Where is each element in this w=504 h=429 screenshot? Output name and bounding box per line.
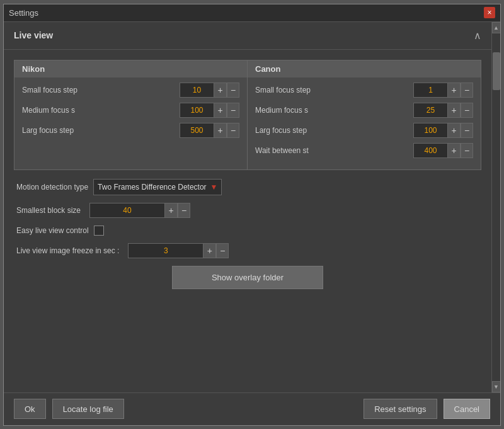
nikon-label-2: Larg focus step: [22, 126, 176, 135]
content-area: Live view ∧ Nikon Small focus step +: [4, 22, 500, 392]
freeze-minus[interactable]: −: [216, 243, 229, 258]
easy-live-view-label: Easy live view control: [16, 226, 89, 235]
canon-input-0[interactable]: [413, 83, 448, 98]
nikon-plus-1[interactable]: +: [214, 103, 227, 118]
canon-plus-3[interactable]: +: [448, 143, 461, 158]
smallest-block-minus[interactable]: −: [178, 203, 190, 218]
main-content: Live view ∧ Nikon Small focus step +: [4, 22, 491, 392]
canon-spinner-1: + −: [413, 103, 473, 118]
section-body: Nikon Small focus step + − M: [4, 50, 491, 299]
motion-detection-row: Motion detection type Two Frames Differe…: [14, 179, 481, 195]
canon-header: Canon: [248, 60, 481, 77]
camera-grid: Nikon Small focus step + − M: [14, 60, 481, 170]
canon-field-3: Wait between st + −: [255, 143, 473, 158]
canon-field-0: Small focus step + −: [255, 83, 473, 98]
easy-live-view-row: Easy live view control: [14, 226, 481, 236]
nikon-plus-2[interactable]: +: [214, 123, 227, 138]
freeze-input[interactable]: [128, 243, 203, 258]
titlebar: Settings ×: [4, 4, 500, 22]
canon-minus-1[interactable]: −: [461, 103, 473, 118]
scroll-up-button[interactable]: ▲: [492, 22, 501, 33]
nikon-label-0: Small focus step: [22, 86, 176, 94]
nikon-spinner-2: + −: [180, 123, 239, 138]
dropdown-arrow-icon: ▼: [210, 183, 218, 192]
nikon-column: Nikon Small focus step + − M: [14, 60, 248, 169]
canon-input-2[interactable]: [413, 123, 448, 138]
section-toggle-icon[interactable]: ∧: [474, 30, 481, 42]
canon-minus-3[interactable]: −: [461, 143, 473, 158]
cancel-button[interactable]: Cancel: [444, 399, 490, 419]
smallest-block-row: Smallest block size + −: [14, 203, 481, 218]
nikon-header: Nikon: [14, 60, 247, 77]
motion-detection-label: Motion detection type: [16, 183, 88, 192]
nikon-spinner-0: + −: [180, 83, 239, 98]
nikon-minus-0[interactable]: −: [227, 83, 239, 98]
close-button[interactable]: ×: [484, 7, 495, 18]
nikon-minus-1[interactable]: −: [227, 103, 239, 118]
scrollbar: ▲ ▼: [491, 22, 500, 392]
scroll-track: [492, 33, 500, 381]
scroll-thumb[interactable]: [493, 52, 500, 90]
smallest-block-spinner: + −: [89, 203, 190, 218]
show-overlay-button[interactable]: Show overlay folder: [172, 266, 323, 289]
canon-label-2: Larg focus step: [255, 126, 410, 135]
settings-window: Settings × Live view ∧ Nikon Small focus…: [3, 4, 501, 426]
nikon-spinner-1: + −: [180, 103, 239, 118]
canon-minus-0[interactable]: −: [461, 83, 473, 98]
scroll-down-button[interactable]: ▼: [492, 381, 501, 392]
ok-button[interactable]: Ok: [14, 399, 46, 419]
canon-field-2: Larg focus step + −: [255, 123, 473, 138]
nikon-input-2[interactable]: [180, 123, 214, 138]
canon-label-3: Wait between st: [255, 146, 410, 155]
easy-live-view-checkbox[interactable]: [94, 226, 104, 236]
window-title: Settings: [9, 8, 484, 18]
smallest-block-plus[interactable]: +: [165, 203, 178, 218]
show-overlay-container: Show overlay folder: [14, 266, 481, 289]
nikon-input-0[interactable]: [180, 83, 214, 98]
canon-column: Canon Small focus step + − M: [248, 60, 481, 169]
freeze-row: Live view image freeze in sec : + −: [14, 243, 481, 258]
canon-plus-2[interactable]: +: [448, 123, 461, 138]
footer: Ok Locate log file Reset settings Cancel: [4, 392, 500, 425]
motion-detection-value: Two Frames Difference Detector: [98, 183, 207, 192]
smallest-block-input[interactable]: [89, 203, 165, 218]
freeze-spinner: + −: [128, 243, 229, 258]
canon-input-3[interactable]: [413, 143, 448, 158]
canon-spinner-0: + −: [413, 83, 473, 98]
nikon-field-0: Small focus step + −: [22, 83, 239, 98]
freeze-label: Live view image freeze in sec :: [16, 246, 119, 255]
nikon-minus-2[interactable]: −: [227, 123, 239, 138]
canon-field-1: Medium focus s + −: [255, 103, 473, 118]
canon-plus-0[interactable]: +: [448, 83, 461, 98]
canon-label-0: Small focus step: [255, 86, 410, 94]
canon-spinner-2: + −: [413, 123, 473, 138]
canon-spinner-3: + −: [413, 143, 473, 158]
canon-minus-2[interactable]: −: [461, 123, 473, 138]
nikon-label-1: Medium focus s: [22, 106, 176, 115]
freeze-plus[interactable]: +: [203, 243, 216, 258]
motion-detection-dropdown[interactable]: Two Frames Difference Detector ▼: [93, 179, 222, 195]
canon-plus-1[interactable]: +: [448, 103, 461, 118]
section-title: Live view: [14, 30, 53, 40]
nikon-input-1[interactable]: [180, 103, 214, 118]
live-view-section-header: Live view ∧: [4, 22, 491, 50]
canon-label-1: Medium focus s: [255, 106, 410, 115]
canon-input-1[interactable]: [413, 103, 448, 118]
locate-log-button[interactable]: Locate log file: [52, 399, 124, 419]
nikon-field-1: Medium focus s + −: [22, 103, 239, 118]
smallest-block-label: Smallest block size: [16, 206, 81, 215]
reset-settings-button[interactable]: Reset settings: [364, 399, 437, 419]
nikon-field-2: Larg focus step + −: [22, 123, 239, 138]
nikon-plus-0[interactable]: +: [214, 83, 227, 98]
